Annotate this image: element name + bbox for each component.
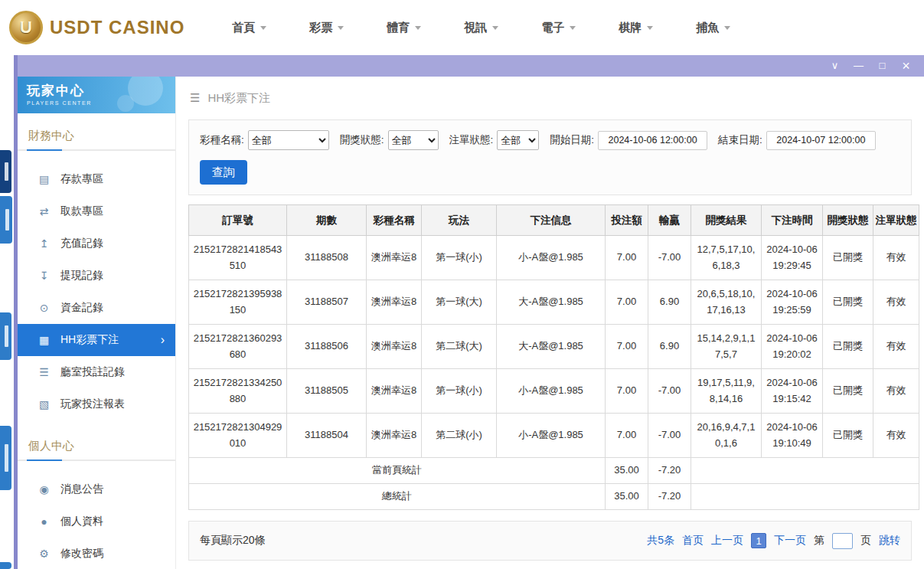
filter-panel: 彩種名稱: 全部 開獎狀態: 全部 注單狀態: 全部 開始日期: 結束日期: 查… — [188, 119, 912, 195]
search-button[interactable]: 查詢 — [200, 160, 247, 185]
withdraw-icon: ⇄ — [38, 205, 51, 217]
cell-play-type: 第一球(小) — [422, 236, 497, 280]
order-status-select[interactable]: 全部 — [497, 130, 539, 150]
page-summary-empty — [691, 458, 919, 484]
maximize-icon[interactable]: □ — [870, 55, 894, 77]
nav-item-3[interactable]: 體育 — [387, 21, 421, 35]
hamburger-menu-icon[interactable]: ☰ — [190, 91, 200, 105]
page-summary-row: 當前頁統計 35.00 -7.20 — [189, 458, 919, 484]
window-body: 玩家中心 PLAYERS CENTER 財務中心 ▤ 存款專區 › ⇄ 取款專區… — [18, 77, 924, 569]
minimize-icon[interactable]: — — [847, 55, 870, 77]
page-summary-bet-total: 35.00 — [606, 458, 648, 484]
nav-item-4[interactable]: 視訊 — [464, 21, 498, 35]
pagination-bar: 每頁顯示20條 共5条 首页 上一页 1 下一页 第 页 跳转 — [188, 521, 912, 561]
gear-icon: ⚙ — [38, 548, 51, 560]
sidebar-item-lottery-bet[interactable]: ▦ HH彩票下注 › — [18, 324, 175, 356]
player-bet-report-icon: ▧ — [38, 398, 51, 410]
cell-period: 31188508 — [287, 236, 367, 280]
col-header-period: 期數 — [287, 205, 367, 236]
sidebar-item-withdraw[interactable]: ⇄ 取款專區 › — [18, 195, 175, 227]
section-divider — [18, 149, 175, 151]
col-header-draw-result: 開獎結果 — [691, 205, 762, 236]
sidebar-section: 個人中心 ◉ 消息公告 › ● 個人資料 › ⚙ 修改密碼 › — [18, 423, 175, 569]
sidebar-sections: 財務中心 ▤ 存款專區 › ⇄ 取款專區 › ↥ 充值記錄 › ↧ 提現記錄 ›… — [18, 113, 175, 569]
brand-logo[interactable]: U USDT CASINO — [9, 11, 184, 44]
nav-item-7[interactable]: 捕魚 — [696, 21, 730, 35]
sidebar-item-funds-record[interactable]: ⊙ 資金記錄 › — [18, 292, 175, 324]
jump-page-input[interactable] — [832, 533, 853, 549]
sidebar-item-label: 資金記錄 — [60, 301, 103, 315]
nav-item-label: 捕魚 — [696, 21, 719, 35]
collapse-icon[interactable]: ∨ — [823, 55, 847, 77]
cell-bet-amount: 7.00 — [606, 414, 648, 458]
cell-lottery-name: 澳洲幸运8 — [367, 369, 422, 414]
chevron-down-icon — [415, 26, 421, 33]
cell-period: 31188504 — [287, 414, 367, 458]
cell-bet-time: 2024-10-06 19:29:45 — [762, 236, 823, 280]
chevron-down-icon — [647, 26, 653, 33]
cell-draw-result: 12,7,5,17,10,6,18,3 — [691, 236, 762, 280]
col-header-win-loss: 輸贏 — [648, 205, 691, 236]
next-page-link[interactable]: 下一页 — [774, 534, 806, 548]
first-page-link[interactable]: 首页 — [682, 534, 704, 548]
table-summary: 當前頁統計 35.00 -7.20 總統計 35.00 -7.20 — [189, 458, 919, 510]
draw-status-select[interactable]: 全部 — [388, 130, 439, 150]
end-date-input[interactable] — [766, 131, 876, 150]
page-summary-winloss-total: -7.20 — [648, 458, 691, 484]
table-row: 215217282130492901031188504澳洲幸运8第二球(小)小-… — [189, 414, 919, 458]
prev-page-link[interactable]: 上一页 — [711, 534, 743, 548]
start-date-input[interactable] — [598, 131, 707, 150]
sidebar-item-recharge-record[interactable]: ↥ 充值記錄 › — [18, 227, 175, 260]
jump-link[interactable]: 跳转 — [879, 534, 900, 548]
nav-item-label: 電子 — [541, 21, 564, 35]
nav-item-5[interactable]: 電子 — [541, 21, 576, 35]
sidebar-item-deposit[interactable]: ▤ 存款專區 › — [18, 163, 175, 195]
cell-order-status: 有效 — [873, 369, 919, 414]
background-banner-fragment — [0, 312, 11, 360]
draw-status-filter-label: 開獎狀態: — [340, 133, 384, 147]
cell-draw-status: 已開獎 — [823, 325, 873, 369]
cell-draw-result: 15,14,2,9,1,17,5,7 — [691, 325, 762, 369]
sidebar-item-gear[interactable]: ⚙ 修改密碼 › — [18, 538, 175, 569]
sidebar-item-label: 廳室投註記錄 — [60, 365, 125, 379]
col-header-order-status: 注單狀態 — [873, 205, 919, 236]
sidebar-item-room-bet-record[interactable]: ☰ 廳室投註記錄 › — [18, 356, 175, 388]
chevron-down-icon — [338, 26, 344, 33]
bet-table: 訂單號期數彩種名稱玩法下注信息投注額輸贏開獎結果下注時間開獎狀態注單狀態 215… — [188, 204, 919, 510]
cell-lottery-name: 澳洲幸运8 — [367, 280, 422, 325]
nav-item-2[interactable]: 彩票 — [309, 21, 344, 35]
section-items: ◉ 消息公告 › ● 個人資料 › ⚙ 修改密碼 › — [18, 461, 175, 569]
cell-bet-time: 2024-10-06 19:15:42 — [762, 369, 823, 414]
pager: 共5条 首页 上一页 1 下一页 第 页 跳转 — [647, 533, 900, 549]
close-icon[interactable]: × — [894, 55, 918, 77]
chevron-right-icon: › — [161, 333, 165, 347]
room-bet-record-icon: ☰ — [38, 366, 51, 378]
funds-record-icon: ⊙ — [38, 302, 51, 314]
cell-play-type: 第一球(小) — [422, 369, 497, 414]
nav-item-1[interactable]: 首頁 — [232, 21, 266, 35]
cell-play-type: 第一球(大) — [422, 280, 497, 325]
lottery-select[interactable]: 全部 — [248, 130, 329, 150]
cell-period: 31188506 — [287, 325, 367, 369]
sidebar-item-profile[interactable]: ● 個人資料 › — [18, 505, 175, 538]
cell-order-number: 2152172821360293680 — [189, 325, 287, 369]
cell-bet-amount: 7.00 — [606, 236, 648, 280]
sidebar-item-player-bet-report[interactable]: ▧ 玩家投注報表 › — [18, 388, 175, 420]
nav-item-6[interactable]: 棋牌 — [619, 21, 653, 35]
main-content: ☰ HH彩票下注 彩種名稱: 全部 開獎狀態: 全部 注單狀態: 全部 開始日期… — [176, 77, 924, 569]
cell-play-type: 第二球(大) — [422, 325, 497, 369]
sidebar-item-label: 存款專區 — [60, 172, 103, 186]
col-header-order-number: 訂單號 — [189, 205, 287, 236]
sidebar-item-bell[interactable]: ◉ 消息公告 › — [18, 473, 175, 505]
cell-order-number: 2152172821334250880 — [189, 369, 287, 414]
sidebar-item-label: 提現記錄 — [60, 269, 103, 283]
background-banner-fragment — [0, 426, 11, 490]
sidebar-subtitle: PLAYERS CENTER — [27, 100, 166, 106]
sidebar-item-label: 消息公告 — [60, 482, 103, 496]
brand-logo-icon: U — [9, 11, 43, 44]
cell-draw-result: 19,17,5,11,9,8,14,16 — [691, 369, 762, 414]
sidebar-item-withdraw-record[interactable]: ↧ 提現記錄 › — [18, 260, 175, 292]
current-page-button[interactable]: 1 — [751, 533, 766, 548]
sidebar-item-label: 修改密碼 — [60, 547, 103, 561]
background-banner-fragment — [0, 196, 12, 244]
